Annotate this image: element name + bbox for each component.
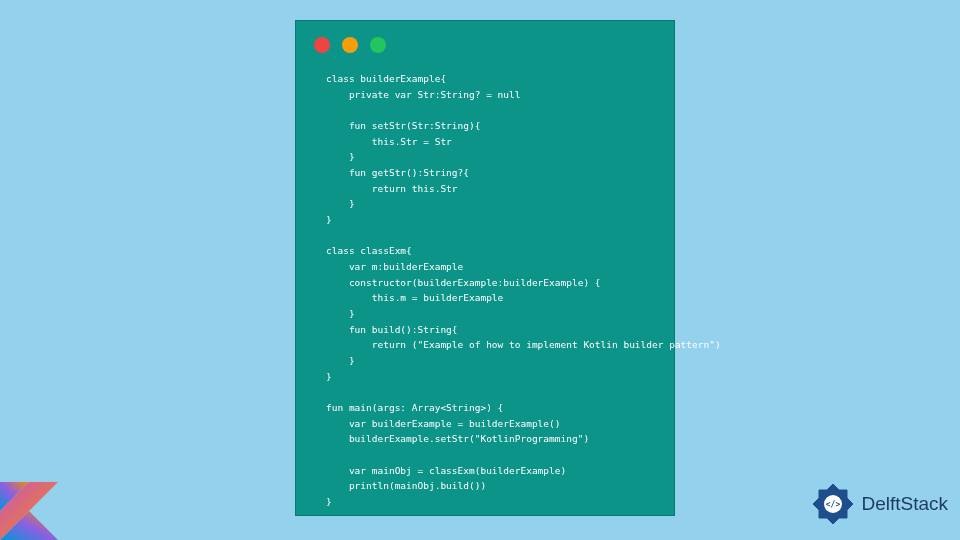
code-window: class builderExample{ private var Str:St… bbox=[295, 20, 675, 516]
delftstack-name: DelftStack bbox=[861, 493, 948, 515]
code-content: class builderExample{ private var Str:St… bbox=[296, 63, 674, 524]
delftstack-badge-icon: </> bbox=[811, 482, 855, 526]
delftstack-logo: </> DelftStack bbox=[811, 482, 948, 526]
window-controls bbox=[296, 21, 674, 63]
minimize-dot-icon bbox=[342, 37, 358, 53]
maximize-dot-icon bbox=[370, 37, 386, 53]
close-dot-icon bbox=[314, 37, 330, 53]
kotlin-logo-icon bbox=[0, 482, 58, 540]
svg-text:</>: </> bbox=[826, 500, 841, 509]
